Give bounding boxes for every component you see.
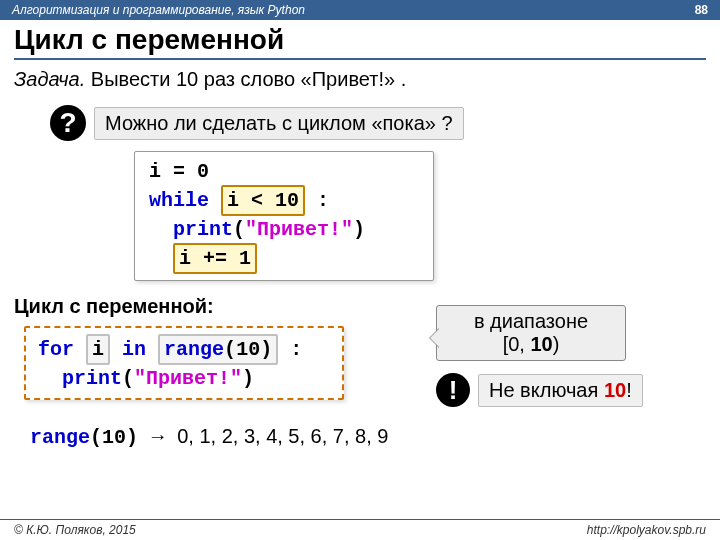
arrow-icon: → bbox=[148, 425, 168, 447]
for-code-box: for i in range(10) : print("Привет!") bbox=[24, 326, 344, 400]
question-text: Можно ли сделать с циклом «пока» ? bbox=[94, 107, 464, 140]
question-callout: ? Можно ли сделать с циклом «пока» ? bbox=[50, 105, 706, 141]
range-callout: в диапазоне [0, 10) bbox=[436, 305, 626, 361]
highlight-var: i bbox=[86, 334, 110, 365]
task-text: Вывести 10 раз слово «Привет!» . bbox=[91, 68, 406, 90]
question-mark-icon: ? bbox=[50, 105, 86, 141]
code-line: for i in range(10) : bbox=[38, 334, 330, 365]
task-line: Задача. Вывести 10 раз слово «Привет!» . bbox=[14, 66, 706, 99]
for-section: Цикл с переменной: for i in range(10) : … bbox=[0, 291, 720, 407]
range-line1: в диапазоне bbox=[474, 310, 588, 332]
exclamation-mark-icon: ! bbox=[436, 373, 470, 407]
code-line: while i < 10 : bbox=[149, 185, 419, 216]
for-right-column: в диапазоне [0, 10) ! Не включая 10! bbox=[406, 305, 706, 407]
task-label: Задача. bbox=[14, 68, 85, 90]
course-title: Алгоритмизация и программирование, язык … bbox=[12, 3, 305, 17]
exclamation-row: ! Не включая 10! bbox=[436, 373, 706, 407]
for-subtitle: Цикл с переменной: bbox=[14, 295, 388, 318]
exclamation-text: Не включая 10! bbox=[478, 374, 643, 407]
range-values: 0, 1, 2, 3, 4, 5, 6, 7, 8, 9 bbox=[177, 425, 388, 447]
footer: © К.Ю. Поляков, 2015 http://kpolyakov.sp… bbox=[0, 519, 720, 540]
code-line: i += 1 bbox=[149, 243, 419, 274]
header-bar: Алгоритмизация и программирование, язык … bbox=[0, 0, 720, 20]
content: Цикл с переменной Задача. Вывести 10 раз… bbox=[0, 20, 720, 281]
highlight-condition: i < 10 bbox=[221, 185, 305, 216]
highlight-range: range(10) bbox=[158, 334, 278, 365]
code-line: i = 0 bbox=[149, 158, 419, 185]
code-line: print("Привет!") bbox=[38, 365, 330, 392]
page-number: 88 bbox=[695, 3, 708, 17]
code-line: print("Привет!") bbox=[149, 216, 419, 243]
for-left-column: Цикл с переменной: for i in range(10) : … bbox=[14, 295, 388, 400]
copyright: © К.Ю. Поляков, 2015 bbox=[14, 523, 136, 537]
range-result: range(10) → 0, 1, 2, 3, 4, 5, 6, 7, 8, 9 bbox=[0, 407, 720, 449]
page-title: Цикл с переменной bbox=[14, 24, 706, 60]
highlight-increment: i += 1 bbox=[173, 243, 257, 274]
while-code-box: i = 0 while i < 10 : print("Привет!") i … bbox=[134, 151, 434, 281]
footer-url: http://kpolyakov.spb.ru bbox=[587, 523, 706, 537]
